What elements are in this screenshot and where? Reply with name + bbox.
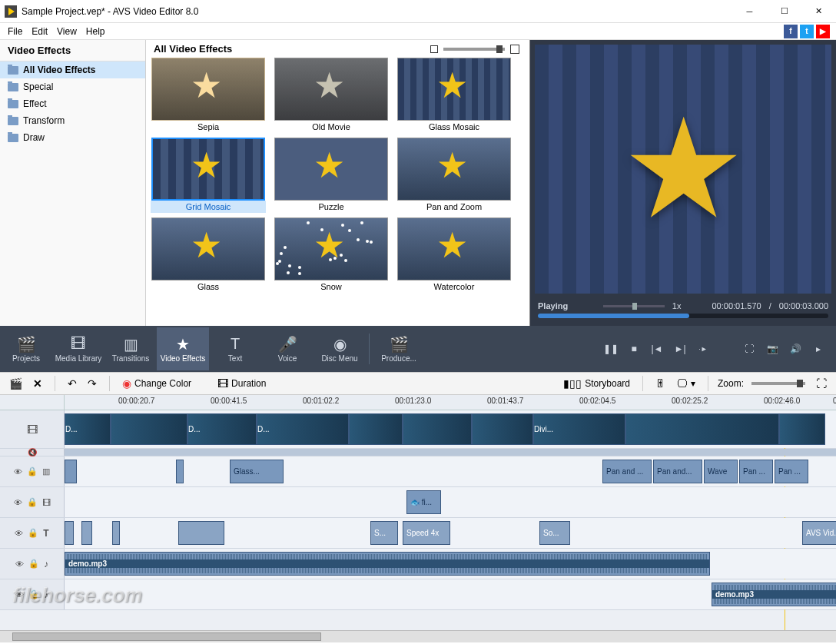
effect-tile-old-movie[interactable]: Old Movie xyxy=(274,58,389,133)
effect-tile-snow[interactable]: Snow xyxy=(274,217,389,293)
timeline-clip[interactable] xyxy=(65,521,74,545)
minimize-button[interactable]: ─ xyxy=(732,0,767,23)
facebook-button[interactable]: f xyxy=(784,25,798,38)
thumb-large-button[interactable] xyxy=(510,45,519,54)
timeline-clip[interactable]: So... xyxy=(539,521,570,545)
youtube-button[interactable]: ▶ xyxy=(816,25,830,38)
thumb-small-button[interactable] xyxy=(430,45,438,53)
ruler-tick: 00:02:25.2 xyxy=(672,397,708,405)
timeline[interactable]: 🎞 D...D...D...Divi... 🔇 👁🔒▥ Glass...Pan … xyxy=(0,410,836,630)
thumb-size-slider[interactable] xyxy=(443,48,505,51)
toolbar-produce-[interactable]: 🎬Produce... xyxy=(373,327,425,370)
timeline-clip[interactable]: D... xyxy=(187,413,257,445)
overlay-track[interactable]: 👁🔒🎞 🐟 fi... xyxy=(0,487,836,518)
volume-button[interactable]: 🔊 xyxy=(784,337,807,360)
audio-track-1[interactable]: 👁🔒♪ demo.mp3 xyxy=(0,549,836,579)
audio-mixer-button[interactable]: 🎚 xyxy=(652,376,669,391)
timeline-clip[interactable] xyxy=(112,521,120,545)
effect-tile-glass[interactable]: Glass xyxy=(151,217,266,293)
redo-button[interactable]: ↷ xyxy=(85,376,100,391)
timeline-ruler[interactable]: 00:00:20.700:00:41.500:01:02.200:01:23.0… xyxy=(0,395,836,410)
effect-tile-pan-and-zoom[interactable]: Pan and Zoom xyxy=(396,138,512,213)
storyboard-button[interactable]: ▮▯▯Storyboard xyxy=(560,376,633,391)
audio-clip[interactable]: demo.mp3 xyxy=(712,583,836,606)
timeline-clip[interactable] xyxy=(178,521,224,545)
video-track[interactable]: 🎞 D...D...D...Divi... xyxy=(0,410,836,449)
next-button[interactable]: ►| xyxy=(668,337,692,360)
toolbar-disc-menu[interactable]: ◉Disc Menu xyxy=(314,327,366,370)
toolbar-projects[interactable]: 🎬Projects xyxy=(0,327,52,370)
ruler-tick: 00:01:43.7 xyxy=(487,397,523,405)
rate-slider[interactable] xyxy=(603,305,665,307)
effect-tile-grid-mosaic[interactable]: Grid Mosaic xyxy=(151,138,266,213)
timeline-clip[interactable]: 🐟 fi... xyxy=(406,490,441,514)
delete-button[interactable]: ✕ xyxy=(30,376,45,391)
timeline-clip[interactable]: D... xyxy=(65,413,111,445)
audio-track-2[interactable]: 👁🔒♪ demo.mp3 xyxy=(0,579,836,610)
effect-tile-sepia[interactable]: Sepia xyxy=(151,58,266,133)
timeline-clip[interactable]: Glass... xyxy=(230,460,284,483)
sidebar-item-special[interactable]: Special xyxy=(0,78,145,95)
timeline-clip[interactable] xyxy=(625,413,779,445)
effects-track[interactable]: 👁🔒▥ Glass...Pan and ...Pan and...WavePan… xyxy=(0,456,836,487)
timeline-clip[interactable] xyxy=(65,460,77,483)
menu-edit[interactable]: Edit xyxy=(27,25,52,38)
sidebar-item-transform[interactable]: Transform xyxy=(0,112,145,129)
timeline-clip[interactable] xyxy=(176,460,184,483)
timeline-clip[interactable]: Pan and... xyxy=(653,460,702,483)
maximize-button[interactable]: ☐ xyxy=(767,0,801,23)
timeline-clip[interactable]: Speed 4x xyxy=(403,521,450,545)
menu-view[interactable]: View xyxy=(52,25,81,38)
snapshot-button[interactable]: 📷 xyxy=(761,337,784,360)
sidebar-item-draw[interactable]: Draw xyxy=(0,129,145,146)
pause-button[interactable]: ❚❚ xyxy=(599,337,622,360)
prev-button[interactable]: |◄ xyxy=(645,337,668,360)
step-button[interactable]: ·► xyxy=(692,337,715,360)
twitter-button[interactable]: t xyxy=(800,25,814,38)
sidebar-item-all-video-effects[interactable]: All Video Effects xyxy=(0,61,145,78)
sidebar-item-effect[interactable]: Effect xyxy=(0,95,145,112)
folder-icon xyxy=(8,83,18,91)
duration-button[interactable]: 🎞Duration xyxy=(214,376,269,391)
toolbar-text[interactable]: TText xyxy=(209,327,261,370)
timeline-clip[interactable]: S... xyxy=(370,521,398,545)
timeline-clip[interactable] xyxy=(111,413,187,445)
timeline-clip[interactable] xyxy=(779,413,825,445)
toolbar-video-effects[interactable]: ★Video Effects xyxy=(157,327,209,370)
timeline-clip[interactable]: Wave xyxy=(704,460,738,483)
effect-tile-puzzle[interactable]: Puzzle xyxy=(274,138,389,213)
effects-grid[interactable]: SepiaOld MovieGlass MosaicGrid MosaicPuz… xyxy=(146,58,529,326)
timeline-clip[interactable] xyxy=(349,413,403,445)
timeline-clip[interactable] xyxy=(403,413,472,445)
effect-tile-watercolor[interactable]: Watercolor xyxy=(396,217,512,293)
clapper-button[interactable]: 🎬 xyxy=(6,376,25,391)
toolbar-transitions[interactable]: ▥Transitions xyxy=(104,327,157,370)
timeline-clip[interactable]: Divi... xyxy=(533,413,625,445)
close-button[interactable]: ✕ xyxy=(801,0,836,23)
effect-tile-glass-mosaic[interactable]: Glass Mosaic xyxy=(396,58,512,133)
expand-button[interactable]: ▸ xyxy=(807,337,830,360)
toolbar-media-library[interactable]: 🎞Media Library xyxy=(52,327,104,370)
timeline-clip[interactable]: AVS Vid... xyxy=(802,521,836,545)
fit-button[interactable]: ⛶ xyxy=(813,376,830,391)
timeline-clip[interactable]: Pan ... xyxy=(739,460,773,483)
display-button[interactable]: 🖵▾ xyxy=(674,376,698,391)
timeline-clip[interactable]: Pan and ... xyxy=(602,460,652,483)
timeline-clip[interactable] xyxy=(472,413,533,445)
text-track[interactable]: 👁🔒T S...Speed 4xSo...AVS Vid... xyxy=(0,518,836,549)
change-color-button[interactable]: ◉Change Color xyxy=(119,376,194,391)
fullscreen-button[interactable]: ⛶ xyxy=(738,337,761,360)
stop-button[interactable]: ■ xyxy=(622,337,645,360)
toolbar-voice[interactable]: 🎤Voice xyxy=(261,327,314,370)
horizontal-scrollbar[interactable] xyxy=(0,630,836,642)
menu-help[interactable]: Help xyxy=(81,25,110,38)
progress-bar[interactable] xyxy=(538,314,828,318)
timeline-clip[interactable] xyxy=(81,521,92,545)
undo-button[interactable]: ↶ xyxy=(65,376,80,391)
menu-file[interactable]: File xyxy=(3,25,27,38)
audio-clip[interactable]: demo.mp3 xyxy=(65,552,710,576)
timeline-clip[interactable]: Pan ... xyxy=(775,460,808,483)
folder-icon xyxy=(8,134,18,142)
timeline-clip[interactable]: D... xyxy=(257,413,349,445)
timeline-zoom-slider[interactable] xyxy=(751,382,805,385)
